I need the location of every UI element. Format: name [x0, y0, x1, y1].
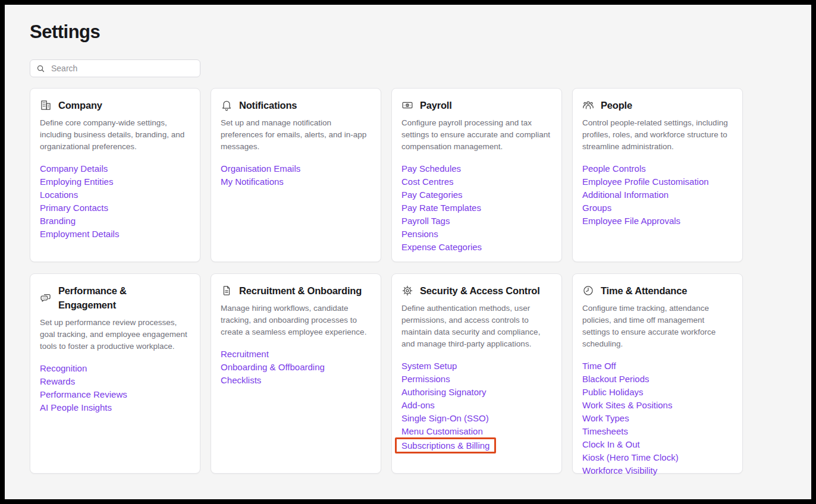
list-item: Organisation Emails [221, 162, 371, 175]
card-links: Organisation EmailsMy Notifications [221, 162, 371, 188]
document-icon [221, 285, 233, 297]
settings-link[interactable]: Company Details [40, 163, 108, 174]
settings-link[interactable]: Authorising Signatory [401, 387, 487, 397]
settings-card: Company Define core company-wide setting… [30, 88, 200, 262]
list-item: Permissions [401, 373, 552, 386]
list-item: Menu Customisation [401, 425, 552, 438]
settings-link[interactable]: Work Sites & Positions [582, 400, 672, 410]
settings-link[interactable]: Expense Categories [401, 242, 482, 252]
search-input[interactable] [50, 63, 194, 74]
list-item: Blackout Periods [582, 373, 733, 386]
card-links: People ControlsEmployee Profile Customis… [582, 162, 733, 228]
settings-link[interactable]: Add-ons [401, 400, 435, 410]
settings-link[interactable]: Work Types [582, 413, 629, 423]
list-item: Subscriptions & Billing [401, 438, 552, 451]
settings-link[interactable]: Pay Schedules [401, 163, 461, 174]
settings-link[interactable]: Workforce Visibility [582, 465, 657, 475]
list-item: Employment Details [40, 228, 190, 241]
list-item: Performance Reviews [40, 388, 190, 401]
settings-card: Recruitment & Onboarding Manage hiring w… [211, 273, 381, 474]
settings-link[interactable]: People Controls [582, 163, 646, 174]
list-item: System Setup [401, 360, 552, 373]
settings-link[interactable]: Single Sign-On (SSO) [401, 413, 489, 423]
list-item: Employee File Approvals [582, 215, 733, 228]
settings-link[interactable]: Organisation Emails [221, 163, 300, 174]
settings-link[interactable]: Rewards [40, 376, 75, 386]
settings-link[interactable]: Checklists [221, 375, 261, 385]
list-item: Add-ons [401, 399, 552, 412]
card-title: Notifications [239, 98, 297, 112]
settings-link[interactable]: Public Holidays [582, 387, 644, 397]
chat-bubbles-icon [40, 292, 52, 304]
settings-page: Settings Company Define core company-wid… [5, 5, 811, 474]
list-item: Pensions [401, 228, 552, 241]
list-item: Workforce Visibility [582, 464, 733, 477]
people-icon [582, 99, 594, 111]
settings-link[interactable]: Pay Categories [401, 190, 463, 200]
settings-link[interactable]: Recruitment [221, 349, 269, 359]
search-icon [36, 64, 45, 73]
settings-link[interactable]: Permissions [401, 374, 450, 384]
settings-card: Payroll Configure payroll processing and… [391, 88, 562, 262]
card-header: Security & Access Control [401, 284, 552, 298]
clock-icon [582, 285, 594, 297]
card-title: Security & Access Control [420, 284, 540, 298]
settings-link[interactable]: Kiosk (Hero Time Clock) [582, 452, 679, 462]
settings-link[interactable]: Onboarding & Offboarding [221, 362, 325, 372]
card-description: Control people-related settings, includi… [582, 117, 733, 153]
list-item: Time Off [582, 360, 733, 373]
card-description: Set up performance review processes, goa… [40, 317, 190, 352]
settings-link[interactable]: Blackout Periods [582, 374, 649, 384]
settings-link[interactable]: Employing Entities [40, 177, 113, 187]
list-item: Locations [40, 188, 190, 201]
settings-card: Security & Access Control Define authent… [391, 273, 562, 474]
list-item: Authorising Signatory [401, 386, 552, 399]
settings-link[interactable]: Additional Information [582, 190, 669, 200]
card-links: RecruitmentOnboarding & OffboardingCheck… [221, 348, 371, 387]
list-item: Primary Contacts [40, 201, 190, 215]
settings-link[interactable]: Employee File Approvals [582, 216, 680, 226]
settings-link[interactable]: Employment Details [40, 229, 119, 239]
banknote-icon [401, 99, 413, 111]
settings-link[interactable]: Performance Reviews [40, 389, 127, 399]
settings-link[interactable]: Pensions [401, 229, 438, 239]
card-links: Company DetailsEmploying EntitiesLocatio… [40, 162, 190, 241]
settings-link[interactable]: Clock In & Out [582, 439, 640, 449]
card-title: Time & Attendance [601, 284, 687, 298]
list-item: Additional Information [582, 188, 733, 201]
settings-link[interactable]: Menu Customisation [401, 426, 483, 436]
card-title: Payroll [420, 98, 452, 112]
card-header: People [582, 98, 733, 112]
settings-link-annotation-highlight[interactable]: Subscriptions & Billing [395, 437, 496, 453]
settings-link[interactable]: System Setup [401, 361, 457, 371]
settings-link[interactable]: Primary Contacts [40, 203, 108, 213]
settings-link[interactable]: Branding [40, 216, 76, 226]
list-item: Payroll Tags [401, 215, 552, 228]
list-item: Timesheets [582, 425, 733, 438]
settings-link[interactable]: Recognition [40, 363, 87, 373]
settings-card: Performance & Engagement Set up performa… [30, 273, 200, 474]
settings-link[interactable]: Payroll Tags [401, 216, 450, 226]
card-header: Notifications [221, 98, 371, 112]
settings-link[interactable]: Groups [582, 203, 611, 213]
card-links: System SetupPermissionsAuthorising Signa… [401, 360, 552, 451]
settings-link[interactable]: Locations [40, 190, 78, 200]
list-item: Employee Profile Customisation [582, 175, 733, 188]
list-item: Company Details [40, 162, 190, 175]
settings-link[interactable]: Timesheets [582, 426, 628, 436]
settings-link[interactable]: Cost Centres [401, 177, 454, 187]
list-item: Recruitment [221, 348, 371, 361]
settings-link[interactable]: Employee Profile Customisation [582, 177, 709, 187]
settings-link[interactable]: Pay Rate Templates [401, 203, 481, 213]
settings-cards-grid: Company Define core company-wide setting… [30, 88, 743, 474]
list-item: Onboarding & Offboarding [221, 361, 371, 374]
settings-link[interactable]: AI People Insights [40, 402, 112, 412]
settings-link[interactable]: Time Off [582, 361, 616, 371]
list-item: Cost Centres [401, 175, 552, 188]
list-item: Pay Categories [401, 188, 552, 201]
list-item: Clock In & Out [582, 438, 733, 451]
settings-link[interactable]: My Notifications [221, 177, 284, 187]
card-description: Configure time tracking, attendance poli… [582, 303, 733, 350]
card-title: Performance & Engagement [58, 284, 142, 312]
card-header: Performance & Engagement [40, 284, 190, 312]
